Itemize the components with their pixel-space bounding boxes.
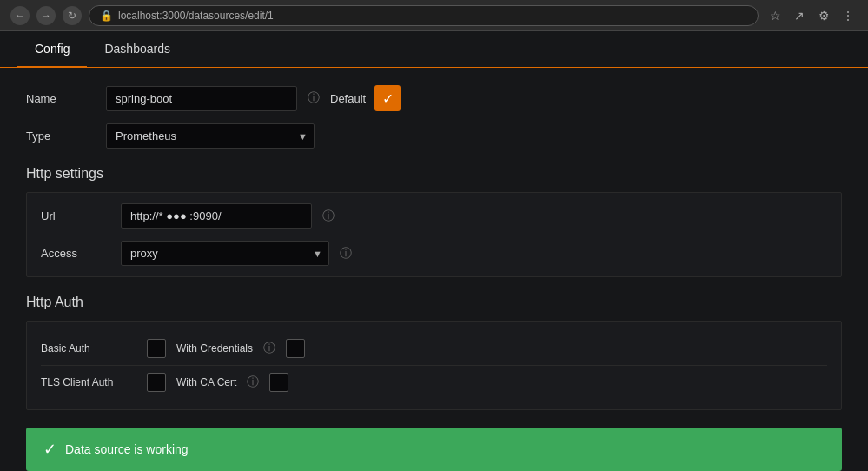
- tabs-bar: Config Dashboards: [0, 31, 868, 68]
- forward-button[interactable]: →: [36, 6, 56, 25]
- reload-button[interactable]: ↻: [63, 6, 82, 25]
- name-info-icon: ⓘ: [308, 90, 320, 106]
- default-area: Default ✓: [330, 85, 401, 111]
- basic-auth-label: Basic Auth: [41, 342, 136, 355]
- url-row: Url ⓘ: [41, 203, 827, 229]
- tls-auth-checkbox[interactable]: [147, 373, 166, 392]
- access-row: Access proxy direct ▼ ⓘ: [41, 241, 827, 266]
- type-select-wrapper: Prometheus ▼: [106, 123, 315, 149]
- bookmark-icon[interactable]: ☆: [765, 6, 785, 25]
- basic-auth-row: Basic Auth With Credentials ⓘ: [41, 332, 827, 365]
- with-credentials-label: With Credentials: [176, 342, 253, 355]
- name-input[interactable]: [106, 86, 297, 111]
- access-select[interactable]: proxy direct: [121, 241, 329, 266]
- with-credentials-info-icon: ⓘ: [263, 341, 275, 356]
- type-label: Type: [26, 129, 96, 143]
- url-input[interactable]: [121, 203, 312, 229]
- menu-icon[interactable]: ⋮: [838, 6, 858, 25]
- access-label: Access: [41, 247, 110, 260]
- tls-auth-label: TLS Client Auth: [41, 376, 136, 388]
- default-label: Default: [330, 92, 366, 105]
- url-label: Url: [41, 209, 110, 222]
- form-area: Name ⓘ Default ✓ Type Prometheus ▼ Http …: [0, 68, 868, 471]
- app-content: Config Dashboards Name ⓘ Default ✓ Type …: [0, 31, 868, 471]
- back-button[interactable]: ←: [10, 6, 30, 25]
- http-auth-box: Basic Auth With Credentials ⓘ TLS Client…: [26, 321, 842, 410]
- success-message: Data source is working: [65, 442, 189, 456]
- tab-config[interactable]: Config: [17, 31, 87, 68]
- lock-icon: 🔒: [100, 10, 113, 22]
- tls-auth-row: TLS Client Auth With CA Cert ⓘ: [41, 365, 827, 399]
- basic-auth-checkbox[interactable]: [147, 339, 166, 358]
- extension-icon[interactable]: ⚙: [814, 6, 833, 25]
- name-label: Name: [26, 92, 96, 105]
- with-ca-cert-info-icon: ⓘ: [247, 375, 259, 390]
- access-select-wrapper: proxy direct ▼: [121, 241, 329, 266]
- browser-chrome: ← → ↻ 🔒 localhost:3000/datasources/edit/…: [0, 0, 868, 31]
- url-info-icon: ⓘ: [322, 209, 335, 224]
- with-ca-cert-label: With CA Cert: [176, 376, 236, 388]
- http-settings-header: Http settings: [26, 166, 842, 182]
- name-row: Name ⓘ Default ✓: [26, 85, 842, 111]
- success-banner: ✓ Data source is working: [26, 428, 842, 471]
- url-bar[interactable]: 🔒 localhost:3000/datasources/edit/1: [89, 5, 759, 26]
- type-row: Type Prometheus ▼: [26, 123, 842, 149]
- url-text: localhost:3000/datasources/edit/1: [118, 10, 274, 22]
- browser-right-icons: ☆ ↗ ⚙ ⋮: [765, 6, 858, 25]
- tab-dashboards[interactable]: Dashboards: [87, 31, 188, 68]
- with-ca-cert-checkbox[interactable]: [269, 373, 288, 392]
- access-info-icon: ⓘ: [340, 246, 352, 262]
- with-credentials-checkbox[interactable]: [286, 339, 305, 358]
- check-icon: ✓: [43, 440, 56, 459]
- http-auth-header: Http Auth: [26, 295, 842, 310]
- type-select[interactable]: Prometheus: [106, 123, 315, 149]
- default-checkbox[interactable]: ✓: [374, 85, 401, 111]
- share-icon[interactable]: ↗: [790, 6, 809, 25]
- http-settings-box: Url ⓘ Access proxy direct ▼ ⓘ: [26, 192, 842, 277]
